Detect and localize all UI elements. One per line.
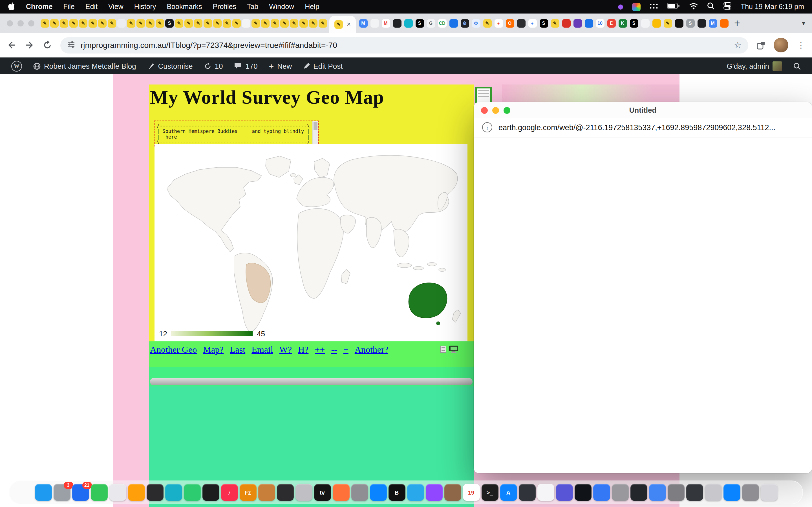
dock-app-icon[interactable]	[742, 484, 759, 501]
browser-tab[interactable]	[403, 15, 414, 31]
page-link[interactable]: --	[331, 345, 337, 355]
dock-app-icon[interactable]	[258, 484, 275, 501]
browser-tab[interactable]: CD	[437, 15, 448, 31]
dock-app-icon[interactable]	[184, 484, 200, 501]
extensions-icon[interactable]	[757, 41, 765, 49]
browser-tab[interactable]	[640, 15, 651, 31]
browser-tab[interactable]: ✎	[126, 15, 136, 31]
menu-help[interactable]: Help	[305, 3, 319, 11]
browser-menu-icon[interactable]: ⋮	[797, 40, 805, 50]
earth-zoom-button[interactable]	[504, 107, 510, 114]
page-link[interactable]: Email	[252, 345, 273, 355]
geochart[interactable]: 12 45	[154, 144, 467, 341]
browser-tab[interactable]: ✎	[308, 15, 318, 31]
browser-tab[interactable]: ✎	[50, 15, 59, 31]
browser-tab[interactable]: ✎	[59, 15, 69, 31]
control-center-icon[interactable]	[724, 2, 732, 11]
apple-menu-icon[interactable]	[8, 1, 15, 12]
dock-app-icon[interactable]	[109, 484, 126, 501]
browser-tab[interactable]: ✎	[193, 15, 203, 31]
browser-tab[interactable]: K	[617, 15, 628, 31]
comments-button[interactable]: 170	[229, 57, 263, 74]
menu-window[interactable]: Window	[269, 3, 294, 11]
browser-tab[interactable]: ✎	[260, 15, 270, 31]
browser-tab[interactable]: ✎	[299, 15, 308, 31]
browser-tab[interactable]: ✎	[107, 15, 117, 31]
dock-app-icon[interactable]	[574, 484, 591, 501]
menu-file[interactable]: File	[63, 3, 74, 11]
browser-tab[interactable]	[696, 15, 707, 31]
active-tab[interactable]: ✎ ×	[329, 16, 356, 33]
browser-tab[interactable]: ✎	[270, 15, 280, 31]
music-dock-icon[interactable]: ♪	[221, 484, 238, 501]
dock-app-icon[interactable]	[165, 484, 182, 501]
site-controls-icon[interactable]	[67, 40, 75, 50]
page-link[interactable]: Map?	[203, 345, 223, 355]
terminal-dock-icon[interactable]: >_	[481, 484, 498, 501]
dock-app-icon[interactable]	[146, 484, 163, 501]
dock-app-icon[interactable]	[202, 484, 219, 501]
page-link[interactable]: +	[343, 345, 349, 355]
browser-tab[interactable]: ✎	[213, 15, 222, 31]
document-icon[interactable]	[440, 345, 447, 355]
dock-app-icon[interactable]	[667, 484, 684, 501]
browser-tab[interactable]: ✎	[184, 15, 193, 31]
customise-button[interactable]: Customise	[142, 57, 199, 74]
browser-tab[interactable]: ✎	[662, 15, 673, 31]
earth-minimize-button[interactable]	[492, 107, 499, 114]
window-close-button[interactable]	[7, 20, 13, 26]
wp-logo[interactable]: W	[6, 57, 28, 74]
page-link[interactable]: Last	[230, 345, 245, 355]
browser-tab[interactable]	[391, 15, 403, 31]
new-content-button[interactable]: + New	[263, 57, 298, 74]
edit-post-button[interactable]: Edit Post	[297, 57, 348, 74]
browser-tab[interactable]: ✎	[69, 15, 79, 31]
chrome-dock-icon[interactable]	[593, 484, 610, 501]
browser-tab[interactable]: ✎	[136, 15, 146, 31]
telegram-dock-icon[interactable]	[407, 484, 424, 501]
menu-chrome[interactable]: Chrome	[26, 3, 52, 11]
browser-tab[interactable]: ✎	[79, 15, 88, 31]
browser-tab[interactable]: ✎	[280, 15, 289, 31]
page-link[interactable]: Another Geo	[150, 345, 197, 355]
browser-tab[interactable]	[560, 15, 572, 31]
browser-tab[interactable]: ✎	[549, 15, 560, 31]
firefox-dock-icon[interactable]	[333, 484, 349, 501]
browser-tab[interactable]: ⚙	[459, 15, 470, 31]
dock-app-icon[interactable]	[649, 484, 666, 501]
menu-clock[interactable]: Thu 19 Mar 6:19 pm	[741, 3, 804, 11]
horizontal-scrollbar[interactable]	[150, 378, 472, 385]
browser-tab[interactable]: ✎	[318, 15, 327, 31]
mail-dock-icon[interactable]: 21	[72, 484, 89, 501]
page-link[interactable]: Another?	[355, 345, 388, 355]
browser-tab[interactable]: S	[684, 15, 696, 31]
dock-app-icon[interactable]	[276, 484, 294, 501]
browser-tab[interactable]	[369, 15, 380, 31]
account-menu[interactable]: G'day, admin	[721, 61, 788, 71]
dock-app-icon[interactable]	[444, 484, 461, 501]
url-text[interactable]: rjmprogramming.com.au/ITblog/?p=72374&pr…	[81, 41, 728, 50]
dock-app-icon[interactable]	[518, 484, 536, 501]
safari-dock-icon[interactable]	[370, 484, 387, 501]
browser-tab[interactable]: M	[357, 15, 369, 31]
podcasts-dock-icon[interactable]	[425, 484, 442, 501]
dock-app-icon[interactable]: B	[388, 484, 405, 501]
browser-tab[interactable]: S	[414, 15, 425, 31]
browser-tab[interactable]	[515, 15, 527, 31]
earth-url-text[interactable]: earth.google.com/web/@-2116.197258135337…	[499, 123, 775, 131]
earth-window-titlebar[interactable]: Untitled	[474, 102, 812, 118]
browser-tab[interactable]: ✎	[289, 15, 299, 31]
dock-app-icon[interactable]	[630, 484, 647, 501]
dock-app-icon[interactable]	[556, 484, 573, 501]
browser-tab[interactable]: ✎	[232, 15, 241, 31]
browser-tab[interactable]	[583, 15, 594, 31]
menu-edit[interactable]: Edit	[86, 3, 98, 11]
browser-tab[interactable]: ✎	[155, 15, 165, 31]
dock-app-icon[interactable]	[705, 484, 721, 501]
browser-tab[interactable]: ✎	[146, 15, 155, 31]
wifi-icon[interactable]	[689, 3, 698, 11]
survey-textarea[interactable]: /---------------------------------------…	[154, 121, 319, 147]
browser-tab[interactable]: ✎	[174, 15, 184, 31]
earth-close-button[interactable]	[481, 107, 488, 114]
trash-dock-icon[interactable]	[760, 484, 777, 501]
